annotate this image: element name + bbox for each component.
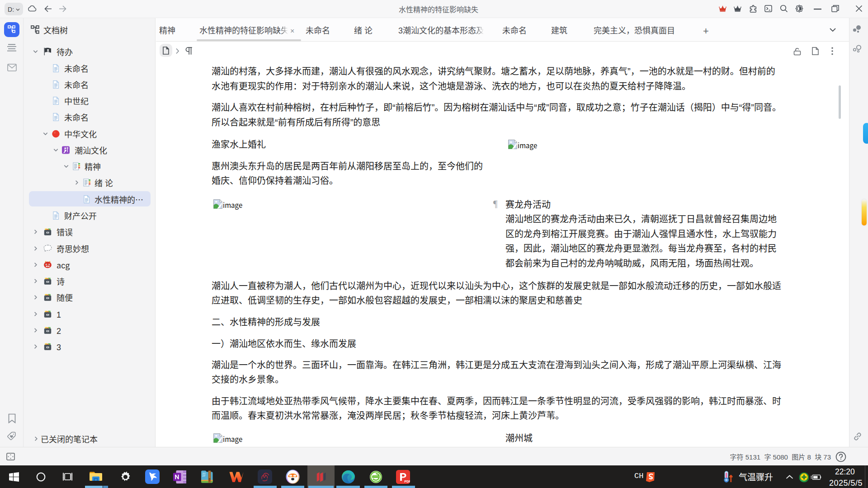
- svg-text:ZIP: ZIP: [202, 475, 205, 477]
- svg-text:PDF: PDF: [405, 479, 410, 483]
